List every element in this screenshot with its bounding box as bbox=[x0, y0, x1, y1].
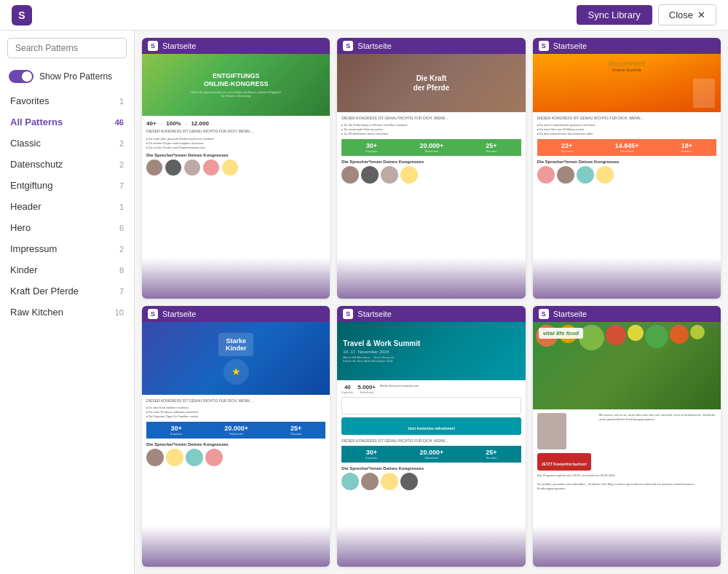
card-hero-inner: StarkeKinder ★ bbox=[142, 322, 330, 395]
pattern-card-entgiftung[interactable]: S Startseite ENTGIFTUNGSONLINE-KONGRESS … bbox=[142, 38, 330, 299]
stat-lbl: Teilnehmer bbox=[357, 390, 376, 394]
speaker-avatar bbox=[361, 473, 379, 490]
star-icon: ★ bbox=[232, 366, 241, 377]
sidebar-item-favorites[interactable]: Favorites 1 bbox=[0, 90, 134, 111]
card-text: DIESER KONGRESS IST GENAU RICHTIG FÜR DI… bbox=[146, 398, 325, 403]
food-item bbox=[670, 325, 689, 344]
s-badge: S bbox=[148, 41, 158, 51]
sidebar-item-entgiftung[interactable]: Entgiftung 7 bbox=[0, 175, 134, 196]
stat-num: 25+ bbox=[290, 425, 301, 432]
card-hero: Die Kraftder Pferde bbox=[337, 54, 525, 112]
speaker-avatar bbox=[166, 449, 183, 466]
card-hero: Travel & Work Summit 10.-17. November 20… bbox=[337, 322, 525, 380]
card-desc: Das Programm gilt bis zum 18.04. und end… bbox=[537, 473, 716, 491]
card-body: Travel & Work Summit 10.-17. November 20… bbox=[337, 322, 525, 567]
stat-lbl: Experten bbox=[170, 432, 182, 436]
stat-num: 40 bbox=[341, 384, 353, 390]
pattern-grid: S Startseite ENTGIFTUNGSONLINE-KONGRESS … bbox=[135, 31, 728, 574]
sidebar-item-classic[interactable]: Classic 2 bbox=[0, 133, 134, 154]
sidebar-item-kraft-der-pferde[interactable]: Kraft Der Pferde 7 bbox=[0, 280, 134, 302]
sidebar-item-header[interactable]: Header 1 bbox=[0, 196, 134, 217]
sidebar-item-label: Header bbox=[10, 201, 41, 212]
speaker-avatar bbox=[381, 473, 398, 490]
card-body: StarkeKinder ★ DIESER KONGRESS IST GENAU… bbox=[142, 322, 330, 567]
card-main-body: 40 Experten 5.000+ Teilnehmer Melde Dich… bbox=[337, 380, 525, 567]
pattern-card-reconnect[interactable]: S Startseite Reconnect Online-Summit DIE… bbox=[533, 38, 721, 299]
speaker-avatar bbox=[400, 166, 418, 184]
pattern-card-kinder[interactable]: S Startseite StarkeKinder ★ bbox=[142, 306, 330, 567]
sidebar-item-label: Classic bbox=[10, 138, 41, 149]
card-hero-icon: ★ bbox=[223, 359, 249, 385]
card-text: Wir wissen, wie es ist, wenn alles was m… bbox=[598, 413, 716, 422]
person-img bbox=[537, 413, 566, 449]
sidebar-item-label: Raw Kitchen bbox=[10, 307, 63, 318]
s-badge: S bbox=[539, 41, 549, 51]
speaker-avatar bbox=[146, 160, 162, 176]
header-actions: Sync Library Close ✕ bbox=[577, 4, 717, 25]
sidebar-item-label: All Patterns bbox=[10, 117, 63, 127]
sidebar-item-all-patterns[interactable]: All Patterns 46 bbox=[0, 111, 134, 133]
pattern-card-kraft-pferde[interactable]: S Startseite Die Kraftder Pferde DIESER … bbox=[337, 38, 525, 299]
card-hero: Reconnect Online-Summit bbox=[533, 54, 721, 112]
pattern-card-food[interactable]: S Startseite bbox=[533, 306, 721, 567]
close-button[interactable]: Close ✕ bbox=[658, 4, 716, 25]
card-inner-box: StarkeKinder bbox=[218, 333, 254, 356]
stat-lbl: Teilnehmer bbox=[419, 149, 443, 153]
sync-library-button[interactable]: Sync Library bbox=[577, 5, 652, 25]
speaker-avatar bbox=[537, 166, 555, 184]
card-header: S Startseite bbox=[337, 306, 525, 322]
section-title: Die Sprecher*innen Deines Kongresses bbox=[146, 153, 325, 157]
card-hero-title: vital life food bbox=[543, 330, 579, 337]
card-header-label: Startseite bbox=[553, 42, 587, 50]
stat-lbl: Stunden bbox=[681, 149, 692, 153]
card-hero: vital life food bbox=[533, 322, 721, 409]
stat-item: 5.000+ Teilnehmer bbox=[357, 384, 376, 394]
speaker-row bbox=[146, 449, 325, 466]
checklist-item: ▸ Du auf der Suche nach Expertenwissen b… bbox=[146, 146, 325, 150]
sidebar: Show Pro Patterns Favorites 1 All Patter… bbox=[0, 31, 135, 574]
speaker-avatar bbox=[381, 166, 398, 184]
speaker-avatar bbox=[341, 473, 359, 490]
card-hero-title: Die Kraftder Pferde bbox=[411, 71, 452, 95]
card-person bbox=[537, 413, 596, 449]
stat-num: 20.000+ bbox=[419, 449, 443, 456]
speaker-avatar bbox=[203, 160, 219, 176]
cta-button-label: Jetzt kostenlos teilnehmen! bbox=[408, 426, 456, 430]
section-title: Die Sprecher*innen Deines Kongresses bbox=[537, 160, 716, 164]
cta-button: Jetzt kostenlos teilnehmen! bbox=[341, 417, 521, 435]
sidebar-item-count: 2 bbox=[119, 139, 124, 148]
stat-num: 25+ bbox=[486, 142, 496, 149]
card-text: DIESER KONGRESS IST GENAU RICHTIG FÜR DI… bbox=[341, 439, 521, 443]
sidebar-item-raw-kitchen[interactable]: Raw Kitchen 10 bbox=[0, 302, 134, 323]
stat-lbl: Experten bbox=[561, 149, 573, 153]
sidebar-item-kinder[interactable]: Kinder 8 bbox=[0, 259, 134, 280]
s-badge: S bbox=[539, 309, 549, 319]
speaker-avatar bbox=[184, 160, 200, 176]
speaker-row bbox=[341, 166, 521, 184]
card-hero-subtitle: Holen Dir jetzt kostenlos ein und erhalt… bbox=[191, 90, 281, 98]
card-hero: ENTGIFTUNGSONLINE-KONGRESS Holen Dir jet… bbox=[142, 54, 330, 116]
sidebar-item-datenschutz[interactable]: Datenschutz 2 bbox=[0, 154, 134, 175]
sidebar-item-hero[interactable]: Hero 6 bbox=[0, 217, 134, 238]
toggle-row: Show Pro Patterns bbox=[0, 66, 134, 90]
search-input[interactable] bbox=[7, 38, 127, 58]
sidebar-item-label: Impressum bbox=[10, 243, 57, 254]
stat-lbl: Stunden bbox=[486, 456, 496, 460]
card-header: S Startseite bbox=[337, 38, 525, 54]
sidebar-item-label: Entgiftung bbox=[10, 180, 53, 191]
card-header-label: Startseite bbox=[553, 310, 587, 318]
pro-patterns-label: Show Pro Patterns bbox=[39, 71, 112, 82]
pro-patterns-toggle[interactable] bbox=[9, 70, 33, 83]
sidebar-item-impressum[interactable]: Impressum 2 bbox=[0, 238, 134, 259]
sidebar-item-count: 2 bbox=[119, 245, 124, 253]
stat-num: 14.845+ bbox=[615, 142, 639, 149]
speaker-avatar bbox=[557, 166, 574, 184]
card-header-label: Startseite bbox=[357, 42, 391, 50]
sidebar-item-count: 6 bbox=[119, 224, 124, 232]
stat-num: 30+ bbox=[365, 142, 377, 149]
header-left: S bbox=[12, 5, 32, 25]
speaker-row bbox=[537, 166, 716, 184]
card-title-block: Reconnect Online-Summit bbox=[608, 60, 645, 72]
stat-num: 18+ bbox=[681, 142, 692, 149]
pattern-card-travel[interactable]: S Startseite Travel & Work Summit 10.-17… bbox=[337, 306, 525, 567]
